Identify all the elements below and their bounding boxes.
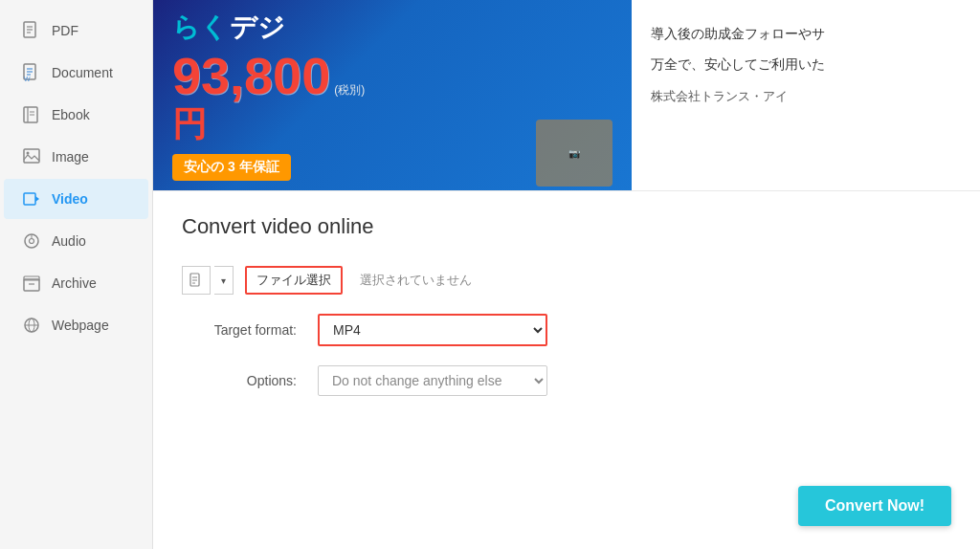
convert-now-button[interactable]: Convert Now! xyxy=(798,486,951,526)
svg-rect-15 xyxy=(24,193,35,205)
sidebar-label-archive: Archive xyxy=(52,275,97,291)
banner-raku: らく xyxy=(172,10,228,46)
target-format-select[interactable]: MP4AVIMOVMKVWMVFLVWEBM xyxy=(318,314,547,346)
banner-image: らく デジ 93,800 (税別) 円 安心の 3 年保証 📷 xyxy=(153,0,632,190)
svg-rect-20 xyxy=(24,279,39,291)
sidebar-item-document[interactable]: W Document xyxy=(4,53,148,93)
banner-yen: 円 xyxy=(172,101,207,148)
banner-guarantee: 安心の 3 年保証 xyxy=(172,154,291,181)
options-select[interactable]: Do not change anything elseCustom option… xyxy=(318,365,547,396)
sidebar-label-audio: Audio xyxy=(52,233,86,249)
section-title: Convert video online xyxy=(182,214,951,239)
banner-degi: デジ xyxy=(230,10,285,46)
sidebar: PDF W Document Ebook xyxy=(0,0,153,549)
banner-company: 株式会社トランス・アイ xyxy=(651,88,961,105)
sidebar-label-ebook: Ebook xyxy=(52,107,90,122)
convert-section: Convert video online ▾ ファイル選択 選択されていません … xyxy=(153,191,980,549)
banner-price-tax: (税別) xyxy=(334,82,365,99)
target-format-label: Target format: xyxy=(182,322,306,338)
sidebar-item-archive[interactable]: Archive xyxy=(4,263,148,303)
target-format-row: Target format: MP4AVIMOVMKVWMVFLVWEBM xyxy=(182,314,951,346)
archive-icon xyxy=(21,273,42,294)
webpage-icon xyxy=(21,315,42,336)
ebook-icon xyxy=(21,104,42,125)
svg-rect-13 xyxy=(24,149,39,163)
options-label: Options: xyxy=(182,373,306,388)
sidebar-item-ebook[interactable]: Ebook xyxy=(4,95,148,135)
audio-icon xyxy=(21,231,42,252)
file-dropdown-button[interactable]: ▾ xyxy=(214,266,234,295)
sidebar-label-pdf: PDF xyxy=(52,23,78,38)
options-row: Options: Do not change anything elseCust… xyxy=(182,365,951,396)
sidebar-label-video: Video xyxy=(52,191,88,207)
image-icon xyxy=(21,146,42,167)
pdf-icon xyxy=(21,20,42,41)
sidebar-item-audio[interactable]: Audio xyxy=(4,221,148,261)
banner-text-line1: 導入後の助成金フォローやサ xyxy=(651,23,961,46)
sidebar-label-image: Image xyxy=(52,149,89,165)
sidebar-label-document: Document xyxy=(52,65,113,80)
banner-price: 93,800 xyxy=(172,50,330,101)
sidebar-item-image[interactable]: Image xyxy=(4,137,148,177)
svg-text:W: W xyxy=(24,76,31,82)
file-input-group: ▾ xyxy=(182,266,234,295)
svg-point-18 xyxy=(30,239,34,244)
main-content: らく デジ 93,800 (税別) 円 安心の 3 年保証 📷 導入後の助成金フ… xyxy=(153,0,980,549)
file-no-selection-label: 選択されていません xyxy=(360,272,472,289)
banner: らく デジ 93,800 (税別) 円 安心の 3 年保証 📷 導入後の助成金フ… xyxy=(153,0,980,191)
sidebar-label-webpage: Webpage xyxy=(52,318,109,333)
svg-point-14 xyxy=(27,152,30,155)
sidebar-item-pdf[interactable]: PDF xyxy=(4,11,148,51)
banner-text-area: 導入後の助成金フォローやサ 万全で、安心してご利用いた 株式会社トランス・アイ xyxy=(632,0,980,190)
file-icon-button[interactable] xyxy=(182,266,211,295)
svg-marker-16 xyxy=(35,196,39,202)
banner-text-line2: 万全で、安心してご利用いた xyxy=(651,54,961,77)
file-choose-button[interactable]: ファイル選択 xyxy=(245,266,343,295)
file-input-row: ▾ ファイル選択 選択されていません xyxy=(182,266,951,295)
video-icon xyxy=(21,188,42,209)
sidebar-item-video[interactable]: Video xyxy=(4,179,148,219)
sidebar-item-webpage[interactable]: Webpage xyxy=(4,305,148,345)
document-icon: W xyxy=(21,62,42,83)
